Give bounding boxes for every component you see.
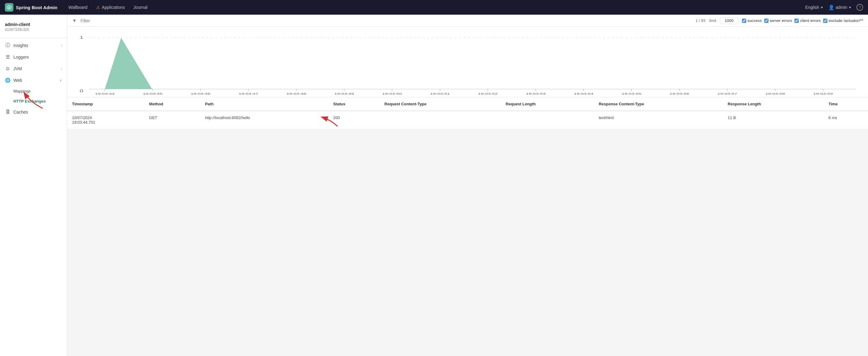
svg-text:19:03:56: 19:03:56 (670, 92, 689, 95)
svg-text:19:03:54: 19:03:54 (574, 92, 594, 95)
col-response-content-type: Response Content-Type (594, 97, 723, 111)
sidebar-item-loggers[interactable]: ☰ Loggers (0, 51, 67, 63)
insights-label: Insights (13, 43, 28, 48)
user-icon: 👤 (828, 5, 834, 10)
svg-text:1: 1 (80, 35, 83, 40)
app-layout: admin-client d1097339c326 ⓘ Insights › ☰… (0, 14, 868, 356)
nav-brand[interactable]: Spring Boot Admin (5, 3, 57, 11)
client-id: d1097339c326 (0, 28, 67, 37)
svg-text:19:03:58: 19:03:58 (765, 92, 785, 95)
col-request-content-type: Request Content-Type (380, 97, 501, 111)
cell-response-content-type: text/html (594, 111, 723, 129)
svg-text:0: 0 (80, 89, 83, 93)
filter-checkboxes: success server errors client errors excl… (742, 18, 863, 23)
chevron-right-icon: › (61, 44, 62, 47)
filter-bar: ▼ 1 / 93 limit 1000 success server error… (67, 14, 868, 27)
main-content: ▼ 1 / 93 limit 1000 success server error… (67, 14, 868, 356)
svg-text:19:03:57: 19:03:57 (717, 92, 737, 95)
nav-journal[interactable]: Journal (130, 3, 151, 11)
col-response-length: Response Length (723, 97, 824, 111)
brand-name: Spring Boot Admin (16, 5, 57, 10)
data-table: Timestamp Method Path Status Request Con… (67, 97, 868, 129)
col-timestamp: Timestamp (67, 97, 144, 111)
chart-svg: 1 0 19:03:44 19:03:45 19:03:46 19:03:47 … (73, 33, 862, 97)
table-header: Timestamp Method Path Status Request Con… (67, 97, 868, 111)
svg-text:19:03:50: 19:03:50 (382, 92, 402, 95)
col-time: Time (824, 97, 868, 111)
svg-text:19:03:46: 19:03:46 (191, 92, 211, 95)
svg-text:19:03:44: 19:03:44 (95, 92, 115, 95)
table-row: 10/07/2024 19:03:44.701 GET http://local… (67, 111, 868, 129)
chart-area: 1 0 19:03:44 19:03:45 19:03:46 19:03:47 … (67, 27, 868, 97)
col-method: Method (144, 97, 200, 111)
cell-response-length: 11 B (723, 111, 824, 129)
loggers-label: Loggers (13, 55, 29, 60)
success-checkbox[interactable]: success (742, 18, 762, 23)
server-errors-checkbox[interactable]: server errors (764, 18, 792, 23)
chart-container: 1 0 19:03:44 19:03:45 19:03:46 19:03:47 … (73, 33, 862, 97)
chevron-down-icon: ▼ (820, 6, 824, 9)
language-selector[interactable]: English ▼ (805, 5, 824, 10)
cell-path: http://localhost:8082/hello (200, 111, 329, 129)
svg-text:19:03:53: 19:03:53 (526, 92, 546, 95)
jvm-label: JVM (13, 66, 22, 71)
col-path: Path (200, 97, 329, 111)
chevron-down-icon: ▼ (848, 6, 851, 9)
filter-input[interactable] (81, 18, 692, 23)
col-request-length: Request Length (501, 97, 594, 111)
sidebar-item-insights[interactable]: ⓘ Insights › (0, 39, 67, 51)
path-arrow (316, 111, 341, 129)
svg-text:19:03:59: 19:03:59 (813, 92, 833, 95)
warning-icon: ⚠ (96, 5, 100, 10)
svg-text:19:03:47: 19:03:47 (239, 92, 258, 95)
cell-timestamp: 10/07/2024 19:03:44.701 (67, 111, 144, 129)
caches-icon: 🗄 (5, 109, 10, 115)
jvm-icon: ⊙ (5, 66, 10, 71)
nav-wallboard[interactable]: Wallboard (65, 3, 91, 11)
loggers-icon: ☰ (5, 54, 10, 60)
cell-time: 6 ms (824, 111, 868, 129)
filter-icon: ▼ (72, 18, 77, 24)
top-nav: Spring Boot Admin Wallboard ⚠ Applicatio… (0, 0, 868, 14)
svg-marker-6 (105, 38, 152, 89)
sidebar: admin-client d1097339c326 ⓘ Insights › ☰… (0, 14, 67, 356)
svg-text:19:03:45: 19:03:45 (143, 92, 163, 95)
sidebar-item-jvm[interactable]: ⊙ JVM › (0, 63, 67, 75)
insights-icon: ⓘ (5, 42, 10, 48)
web-icon: 🌐 (5, 78, 10, 83)
svg-marker-1 (8, 6, 10, 9)
client-errors-checkbox[interactable]: client errors (795, 18, 821, 23)
svg-text:19:03:48: 19:03:48 (287, 92, 306, 95)
svg-text:19:03:51: 19:03:51 (430, 92, 450, 95)
col-status: Status (329, 97, 380, 111)
limit-label: limit (709, 18, 716, 23)
nav-applications[interactable]: ⚠ Applications (92, 3, 129, 11)
exchanges-table: Timestamp Method Path Status Request Con… (67, 97, 868, 129)
svg-text:19:03:52: 19:03:52 (478, 92, 498, 95)
nav-right: English ▼ 👤 admin ▼ ? (805, 4, 863, 11)
filter-count: 1 / 93 (695, 18, 706, 23)
svg-text:19:03:55: 19:03:55 (622, 92, 642, 95)
chevron-right-icon: › (61, 67, 62, 70)
cell-request-length (501, 111, 594, 129)
sidebar-divider (0, 38, 67, 38)
web-label: Web (13, 78, 22, 83)
cell-request-content-type (380, 111, 501, 129)
nav-links: Wallboard ⚠ Applications Journal (65, 3, 798, 11)
help-button[interactable]: ? (857, 4, 863, 11)
user-menu[interactable]: 👤 admin ▼ (828, 5, 851, 10)
limit-value[interactable]: 1000 (720, 17, 738, 24)
exclude-actuator-checkbox[interactable]: exclude /actuator/** (823, 18, 863, 23)
chevron-down-icon: ∨ (60, 79, 62, 83)
cell-method: GET (144, 111, 200, 129)
sidebar-arrow (18, 84, 49, 115)
table-body: 10/07/2024 19:03:44.701 GET http://local… (67, 111, 868, 129)
app-logo (5, 3, 13, 11)
client-name: admin-client (0, 20, 67, 28)
svg-text:19:03:49: 19:03:49 (334, 92, 354, 95)
